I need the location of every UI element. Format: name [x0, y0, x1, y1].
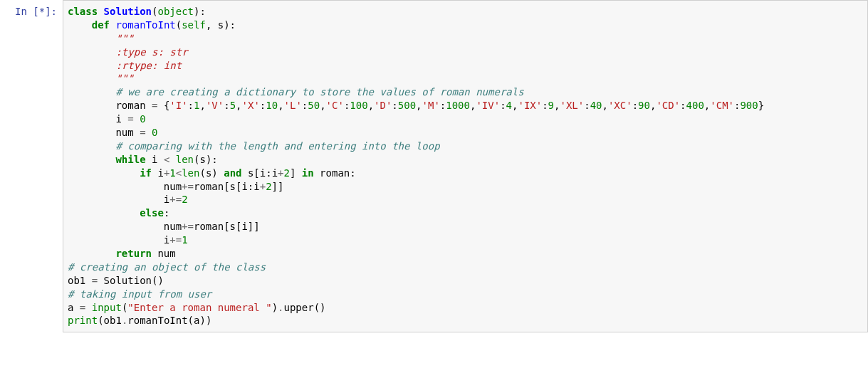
code-token: : — [224, 100, 229, 111]
code-token: 'V' — [206, 100, 224, 111]
code-token — [98, 6, 103, 17]
code-token: 10 — [266, 100, 278, 111]
code-token: i — [68, 113, 127, 125]
code-token: num — [68, 127, 140, 138]
code-token: : — [440, 100, 446, 111]
code-token: # taking input from user — [68, 288, 211, 300]
code-token: else — [140, 207, 164, 219]
code-token: and — [224, 167, 241, 179]
code-token: # we are creating a dictionary to store … — [115, 86, 523, 98]
code-token — [68, 207, 140, 219]
code-token: 1000 — [446, 100, 470, 111]
code-token: i — [68, 234, 169, 246]
code-token: roman[s[i]] — [194, 221, 260, 232]
code-token: 'X' — [242, 100, 260, 111]
code-token: : — [392, 100, 397, 111]
code-token: : — [500, 100, 506, 111]
code-token: : — [584, 100, 590, 111]
code-token: 90 — [638, 100, 650, 111]
code-token: { — [157, 100, 169, 111]
code-token: i — [152, 167, 164, 179]
code-token — [68, 248, 115, 259]
code-token: ) — [272, 302, 278, 313]
code-token: += — [182, 221, 194, 232]
code-token: 1 — [182, 234, 187, 246]
code-token: self — [182, 19, 206, 31]
code-token: """ — [115, 33, 133, 44]
code-token: romanToInt — [115, 19, 175, 31]
code-token: , — [368, 100, 374, 111]
code-token: num — [68, 181, 182, 192]
code-token: (s): — [194, 154, 218, 165]
code-token: = — [92, 275, 98, 286]
code-token: 1 — [169, 167, 175, 179]
code-token: i — [146, 154, 164, 165]
code-token: :type s: str — [68, 46, 188, 58]
code-token: 50 — [308, 100, 320, 111]
code-token: # creating an object of the class — [68, 261, 266, 273]
code-token: def — [92, 19, 110, 31]
code-token: if — [140, 167, 152, 179]
code-token: . — [278, 302, 283, 313]
code-token: # comparing with the length and entering… — [115, 140, 439, 152]
code-token: += — [169, 194, 182, 205]
code-token: 400 — [686, 100, 704, 111]
code-token: : — [542, 100, 548, 111]
code-token: 100 — [350, 100, 367, 111]
code-token: , — [236, 100, 241, 111]
code-token: 5 — [230, 100, 236, 111]
code-token: = — [127, 113, 133, 125]
code-token: + — [260, 181, 266, 192]
code-token: while — [115, 154, 145, 165]
code-token: roman[s[i:i — [194, 181, 260, 192]
code-token: 'C' — [326, 100, 344, 111]
code-token: : — [680, 100, 686, 111]
code-token: 'D' — [374, 100, 392, 111]
code-token: len — [182, 167, 199, 179]
code-token: ( — [176, 19, 182, 31]
code-token: roman — [68, 100, 152, 111]
code-token — [68, 86, 115, 98]
code-token: ]] — [272, 181, 284, 192]
code-token: 4 — [506, 100, 512, 111]
code-token: 'IV' — [476, 100, 500, 111]
code-token: < — [176, 167, 182, 179]
cell-input-area[interactable]: class Solution(object): def romanToInt(s… — [63, 0, 868, 332]
code-token: num — [152, 248, 176, 259]
code-token: 'M' — [422, 100, 440, 111]
code-token: input — [92, 302, 122, 313]
code-token: ob1 — [68, 275, 92, 286]
code-token: object — [157, 6, 194, 17]
code-token: : — [632, 100, 638, 111]
code-token — [68, 167, 140, 179]
code-token: : — [164, 207, 169, 219]
code-token — [68, 33, 115, 44]
code-token: 2 — [284, 167, 290, 179]
code-token: , — [278, 100, 283, 111]
code-token: a — [68, 302, 80, 313]
code-token: 9 — [548, 100, 554, 111]
code-token: (ob1 — [98, 315, 122, 326]
code-token — [134, 113, 140, 125]
code-token — [68, 154, 115, 165]
code-token: , — [602, 100, 608, 111]
code-token: 0 — [152, 127, 157, 138]
code-token: += — [182, 181, 194, 192]
code-token: class — [68, 6, 98, 17]
code-token: 'IX' — [518, 100, 542, 111]
code-token: in — [302, 167, 314, 179]
code-token: : — [260, 100, 266, 111]
code-token: print — [68, 315, 98, 326]
code-token — [85, 302, 91, 313]
code-token: num — [68, 221, 182, 232]
code-token: 900 — [740, 100, 758, 111]
code-token: 40 — [590, 100, 602, 111]
code-token — [146, 127, 152, 138]
code-token: (s) — [199, 167, 224, 179]
code-editor[interactable]: class Solution(object): def romanToInt(s… — [68, 5, 863, 327]
code-token: :rtype: int — [68, 60, 182, 71]
code-token: romanToInt(a)) — [127, 315, 211, 326]
code-token: ] — [290, 167, 302, 179]
code-token: 0 — [140, 113, 145, 125]
code-token: roman: — [314, 167, 356, 179]
